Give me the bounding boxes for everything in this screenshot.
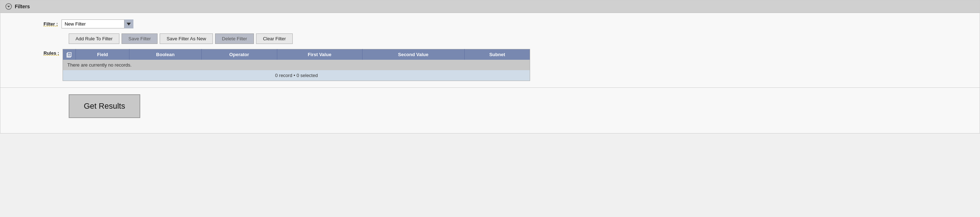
get-results-row: Get Results [0,94,980,127]
col-first-value: First Value [277,49,362,60]
copy-icon[interactable] [64,49,74,60]
table-copy-icon-header [63,49,76,60]
table-header-row: Field Boolean Operator First Value Secon… [63,49,530,60]
filters-body: Filter : New Filter Add Rule To Filter S… [0,13,980,133]
col-operator: Operator [201,49,277,60]
summary-cell: 0 record • 0 selected [63,70,530,81]
page-wrapper: Filters Filter : New Filter Add Rule To … [0,0,980,217]
delete-filter-button[interactable]: Delete Filter [215,34,254,44]
svg-marker-1 [7,6,10,8]
filter-label: Filter : [43,21,58,27]
get-results-button[interactable]: Get Results [69,94,140,118]
rules-table: Field Boolean Operator First Value Secon… [62,49,530,81]
buttons-row: Add Rule To Filter Save Filter Save Filt… [0,34,980,44]
filter-select[interactable]: New Filter [62,19,134,29]
col-second-value: Second Value [362,49,464,60]
filters-collapse-icon[interactable] [5,3,12,10]
table-summary-row: 0 record • 0 selected [63,70,530,81]
table-no-records-row: There are currently no records. [63,60,530,70]
col-boolean: Boolean [129,49,201,60]
filter-row: Filter : New Filter [0,19,980,29]
section-divider [0,88,980,88]
rules-label: Rules : [43,49,59,56]
filters-section: Filters Filter : New Filter Add Rule To … [0,0,980,134]
filters-title: Filters [15,3,30,10]
filters-header: Filters [0,0,980,13]
add-rule-button[interactable]: Add Rule To Filter [69,34,119,44]
save-filter-as-new-button[interactable]: Save Filter As New [160,34,213,44]
col-subnet: Subnet [464,49,530,60]
rules-table-wrapper: Field Boolean Operator First Value Secon… [62,49,530,81]
rules-row: Rules : [0,49,980,81]
no-records-cell: There are currently no records. [63,60,530,70]
col-field: Field [76,49,129,60]
clear-filter-button[interactable]: Clear Filter [256,34,293,44]
filter-select-wrapper: New Filter [62,19,134,29]
save-filter-button[interactable]: Save Filter [122,34,158,44]
